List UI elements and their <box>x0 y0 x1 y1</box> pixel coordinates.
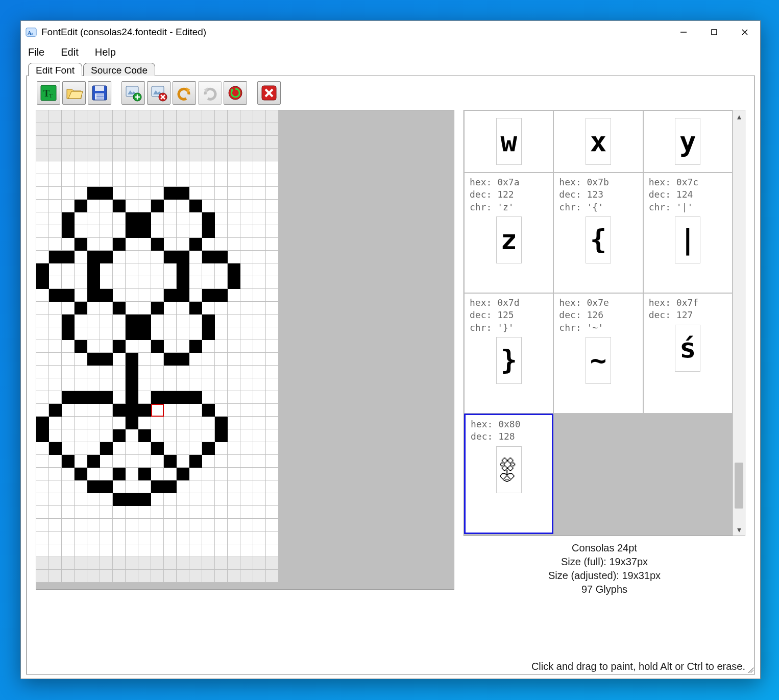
pixel-cell[interactable] <box>113 136 126 149</box>
pixel-cell[interactable] <box>164 149 177 161</box>
pixel-cell[interactable] <box>202 187 215 200</box>
pixel-cell[interactable] <box>87 149 100 161</box>
pixel-cell[interactable] <box>87 468 100 480</box>
pixel-cell[interactable] <box>215 187 228 200</box>
pixel-cell[interactable] <box>100 544 113 557</box>
pixel-cell[interactable] <box>215 455 228 468</box>
pixel-cell[interactable] <box>87 480 100 493</box>
pixel-cell[interactable] <box>228 519 240 532</box>
pixel-cell[interactable] <box>36 174 49 187</box>
pixel-cell[interactable] <box>49 123 62 136</box>
pixel-cell[interactable] <box>62 251 75 263</box>
pixel-cell[interactable] <box>138 480 151 493</box>
pixel-cell[interactable] <box>228 544 240 557</box>
pixel-cell[interactable] <box>100 519 113 532</box>
pixel-editor[interactable] <box>36 110 454 590</box>
minimize-button[interactable] <box>668 21 699 43</box>
pixel-cell[interactable] <box>189 289 202 302</box>
pixel-cell[interactable] <box>62 557 75 570</box>
pixel-cell[interactable] <box>36 378 49 391</box>
pixel-cell[interactable] <box>75 544 87 557</box>
pixel-cell[interactable] <box>240 544 253 557</box>
pixel-cell[interactable] <box>266 187 279 200</box>
pixel-cell[interactable] <box>266 212 279 225</box>
pixel-cell[interactable] <box>266 327 279 340</box>
pixel-cell[interactable] <box>138 340 151 353</box>
pixel-cell[interactable] <box>228 149 240 161</box>
pixel-cell[interactable] <box>138 276 151 289</box>
pixel-cell[interactable] <box>62 263 75 276</box>
pixel-cell[interactable] <box>49 455 62 468</box>
pixel-cell[interactable] <box>253 429 266 442</box>
pixel-cell[interactable] <box>36 315 49 327</box>
pixel-cell[interactable] <box>138 123 151 136</box>
pixel-cell[interactable] <box>151 455 164 468</box>
pixel-cell[interactable] <box>87 366 100 378</box>
pixel-cell[interactable] <box>62 391 75 404</box>
pixel-cell[interactable] <box>215 417 228 429</box>
pixel-cell[interactable] <box>164 532 177 544</box>
pixel-cell[interactable] <box>49 544 62 557</box>
tab-edit-font[interactable]: Edit Font <box>28 63 82 76</box>
glyph-cell[interactable]: hex: 0x7c dec: 124 chr: '|'| <box>643 173 733 293</box>
pixel-cell[interactable] <box>253 315 266 327</box>
pixel-cell[interactable] <box>151 493 164 506</box>
glyph-cell[interactable]: hex: 0x7f dec: 127ś <box>643 293 733 414</box>
pixel-cell[interactable] <box>202 366 215 378</box>
pixel-cell[interactable] <box>177 570 189 583</box>
pixel-cell[interactable] <box>228 378 240 391</box>
pixel-cell[interactable] <box>202 225 215 238</box>
pixel-cell[interactable] <box>266 417 279 429</box>
menu-edit[interactable]: Edit <box>58 45 81 59</box>
pixel-cell[interactable] <box>49 251 62 263</box>
pixel-cell[interactable] <box>87 544 100 557</box>
pixel-cell[interactable] <box>36 468 49 480</box>
pixel-cell[interactable] <box>164 276 177 289</box>
pixel-cell[interactable] <box>138 327 151 340</box>
pixel-cell[interactable] <box>126 225 138 238</box>
pixel-cell[interactable] <box>87 136 100 149</box>
pixel-cell[interactable] <box>87 289 100 302</box>
pixel-cell[interactable] <box>62 225 75 238</box>
pixel-cell[interactable] <box>189 187 202 200</box>
pixel-cell[interactable] <box>164 315 177 327</box>
pixel-cell[interactable] <box>62 302 75 315</box>
pixel-cell[interactable] <box>240 327 253 340</box>
import-font-button[interactable]: TT <box>37 81 60 105</box>
pixel-cell[interactable] <box>266 366 279 378</box>
pixel-cell[interactable] <box>228 404 240 417</box>
pixel-cell[interactable] <box>215 480 228 493</box>
pixel-cell[interactable] <box>100 136 113 149</box>
pixel-cell[interactable] <box>253 251 266 263</box>
pixel-cell[interactable] <box>266 263 279 276</box>
pixel-cell[interactable] <box>240 570 253 583</box>
pixel-cell[interactable] <box>113 570 126 583</box>
pixel-cell[interactable] <box>266 200 279 212</box>
pixel-cell[interactable] <box>75 327 87 340</box>
pixel-cell[interactable] <box>164 174 177 187</box>
pixel-cell[interactable] <box>215 544 228 557</box>
pixel-cell[interactable] <box>253 238 266 251</box>
pixel-cell[interactable] <box>215 506 228 519</box>
pixel-cell[interactable] <box>113 493 126 506</box>
pixel-cell[interactable] <box>266 276 279 289</box>
pixel-cell[interactable] <box>177 455 189 468</box>
pixel-cell[interactable] <box>100 378 113 391</box>
pixel-cell[interactable] <box>100 225 113 238</box>
pixel-cell[interactable] <box>36 136 49 149</box>
pixel-cell[interactable] <box>240 149 253 161</box>
pixel-cell[interactable] <box>151 315 164 327</box>
pixel-cell[interactable] <box>164 353 177 366</box>
pixel-cell[interactable] <box>113 429 126 442</box>
pixel-cell[interactable] <box>240 557 253 570</box>
pixel-cell[interactable] <box>75 123 87 136</box>
pixel-cell[interactable] <box>75 532 87 544</box>
pixel-cell[interactable] <box>240 289 253 302</box>
pixel-cell[interactable] <box>49 225 62 238</box>
pixel-cell[interactable] <box>49 302 62 315</box>
pixel-cell[interactable] <box>151 570 164 583</box>
pixel-cell[interactable] <box>240 506 253 519</box>
pixel-cell[interactable] <box>138 161 151 174</box>
pixel-cell[interactable] <box>189 212 202 225</box>
pixel-cell[interactable] <box>228 136 240 149</box>
